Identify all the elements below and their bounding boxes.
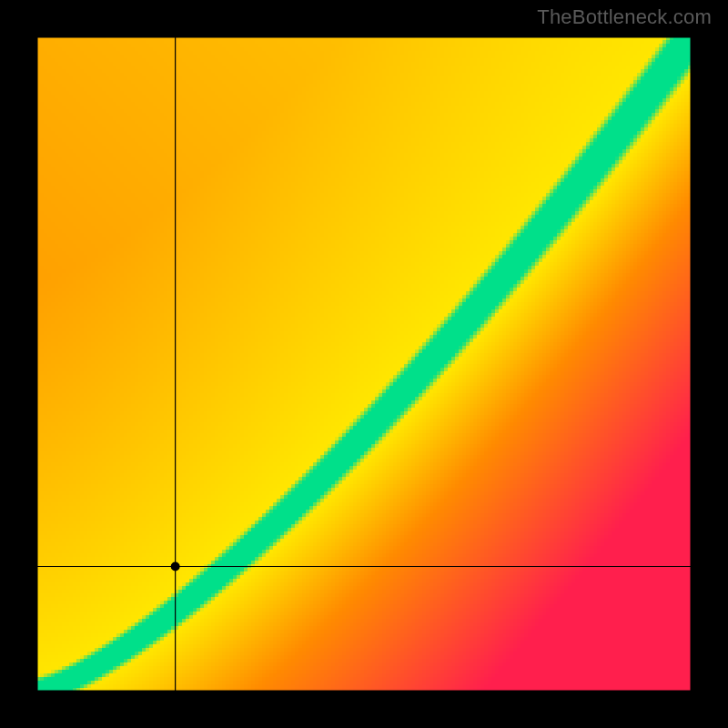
heatmap-plot (36, 36, 692, 692)
chart-frame: TheBottleneck.com (0, 0, 728, 728)
heatmap-canvas (36, 36, 692, 692)
watermark-text: TheBottleneck.com (537, 5, 712, 29)
